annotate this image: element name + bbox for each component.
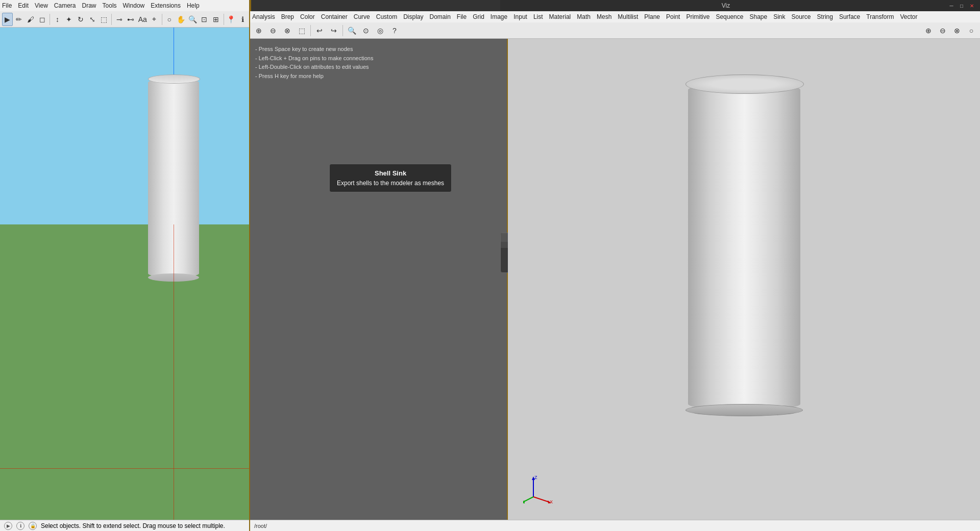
rotate-tool[interactable]: ↻: [76, 13, 86, 26]
viz-redo[interactable]: ↪: [327, 24, 340, 37]
viz-menu-transform[interactable]: Transform: [866, 13, 894, 20]
viz-statusbar: /root/: [250, 520, 980, 531]
viz-menu-shape[interactable]: Shape: [749, 13, 767, 20]
viz-right-zoom-in[interactable]: ⊕: [922, 24, 935, 37]
toolbar-sep-4: [224, 14, 224, 25]
viz-zoom-fit[interactable]: ⊗: [281, 24, 294, 37]
viz-menu-mesh[interactable]: Mesh: [597, 13, 611, 20]
axes-tool[interactable]: ⌖: [149, 13, 160, 26]
x-axis: [533, 497, 549, 502]
menu-draw[interactable]: Draw: [82, 2, 96, 9]
viz-menu-multilist[interactable]: Multilist: [618, 13, 638, 20]
viz-path: /root/: [254, 523, 267, 529]
viz-menu-point[interactable]: Point: [666, 13, 680, 20]
menu-window[interactable]: Window: [123, 2, 145, 9]
menu-tools[interactable]: Tools: [103, 2, 117, 9]
menu-extensions[interactable]: Extensions: [151, 2, 181, 9]
node-editor[interactable]: - Press Space key to create new nodes - …: [250, 39, 508, 520]
add-location-tool[interactable]: 📍: [226, 13, 236, 26]
dim-tool[interactable]: ⊷: [126, 13, 136, 26]
viz-menu-sequence[interactable]: Sequence: [716, 13, 743, 20]
move-tool[interactable]: ✦: [64, 13, 75, 26]
viz-undo[interactable]: ↩: [313, 24, 326, 37]
viz-menu-input[interactable]: Input: [513, 13, 527, 20]
viz-right-reset[interactable]: ○: [965, 24, 978, 37]
left-menubar: File Edit View Camera Draw Tools Window …: [0, 0, 250, 11]
close-button[interactable]: ✕: [968, 2, 976, 9]
orbit-tool[interactable]: ○: [164, 13, 175, 26]
zoom-extents-tool[interactable]: ⊞: [211, 13, 222, 26]
viz-menu-material[interactable]: Material: [549, 13, 571, 20]
menu-camera[interactable]: Camera: [54, 2, 76, 9]
viz-3d-view[interactable]: Z X: [508, 39, 980, 520]
viz-right-zoom-fit[interactable]: ⊗: [950, 24, 964, 37]
viz-help[interactable]: ?: [388, 24, 401, 37]
menu-file[interactable]: File: [2, 2, 12, 9]
viz-menu-image[interactable]: Image: [491, 13, 507, 20]
select-tool[interactable]: ▶: [2, 13, 13, 26]
zoom-window-tool[interactable]: ⊡: [199, 13, 210, 26]
left-viewport[interactable]: [0, 28, 250, 520]
viz-menu-analysis[interactable]: Analysis: [252, 13, 275, 20]
viz-zoom-in[interactable]: ⊕: [252, 24, 265, 37]
minimize-button[interactable]: ─: [947, 2, 955, 9]
left-statusbar: ▶ ℹ 🔒 Select objects. Shift to extend se…: [0, 520, 250, 531]
zoom-tool[interactable]: 🔍: [187, 13, 198, 26]
viz-menu-primitive[interactable]: Primitive: [686, 13, 709, 20]
viz-menu-domain[interactable]: Domain: [429, 13, 450, 20]
viz-menu-sink[interactable]: Sink: [773, 13, 785, 20]
viz-rectangle-select[interactable]: ⬚: [295, 24, 308, 37]
tape-tool[interactable]: ⊸: [114, 13, 125, 26]
menu-edit[interactable]: Edit: [18, 2, 29, 9]
push-pull-tool[interactable]: ↕: [52, 13, 63, 26]
viz-menu-color[interactable]: Color: [300, 13, 315, 20]
text-tool[interactable]: Aa: [137, 13, 148, 26]
viz-right-zoom-out[interactable]: ⊖: [936, 24, 949, 37]
viz-sep-1: [310, 25, 311, 36]
viz-menu-plane[interactable]: Plane: [644, 13, 660, 20]
viz-search[interactable]: 🔍: [345, 24, 358, 37]
viz-menu-brep[interactable]: Brep: [281, 13, 294, 20]
viz-group[interactable]: ⊙: [359, 24, 373, 37]
model-info-tool[interactable]: ℹ: [237, 13, 248, 26]
viz-zoom-out[interactable]: ⊖: [266, 24, 280, 37]
menu-view[interactable]: View: [35, 2, 48, 9]
viz-menu-curve[interactable]: Curve: [354, 13, 370, 20]
status-icon-select[interactable]: ▶: [4, 522, 12, 530]
viz-menu-file[interactable]: File: [457, 13, 467, 20]
viz-menu-list[interactable]: List: [533, 13, 543, 20]
z-axis-line: [174, 28, 174, 79]
status-icon-info[interactable]: ℹ: [16, 522, 24, 530]
viz-toolbar: ⊕ ⊖ ⊗ ⬚ ↩ ↪ 🔍 ⊙ ◎ ? ⊕ ⊖ ⊗ ○: [250, 22, 980, 39]
maximize-button[interactable]: □: [958, 2, 966, 9]
menu-help[interactable]: Help: [187, 2, 200, 9]
viz-menu-custom[interactable]: Custom: [376, 13, 397, 20]
node-tooltip: Shell Sink Export shells to the modeler …: [329, 164, 452, 192]
pencil-tool[interactable]: ✏: [14, 13, 24, 26]
viz-menu-math[interactable]: Math: [577, 13, 591, 20]
pan-tool[interactable]: ✋: [176, 13, 186, 26]
viz-menu-vector[interactable]: Vector: [900, 13, 918, 20]
x-label: X: [550, 499, 553, 504]
axis-svg: Z X: [523, 474, 554, 504]
offset-tool[interactable]: ⬚: [99, 13, 110, 26]
title-bar: Viz ─ □ ✕: [500, 0, 980, 11]
status-icon-lock[interactable]: 🔒: [29, 522, 37, 530]
viz-menu-source[interactable]: Source: [792, 13, 811, 20]
axis-indicator: Z X: [523, 474, 554, 504]
eraser-tool[interactable]: ◻: [37, 13, 48, 26]
viz-menu-display[interactable]: Display: [403, 13, 423, 20]
ground-line-h: [0, 468, 250, 469]
help-line-4: - Press H key for more help: [255, 72, 373, 81]
viz-menu-string[interactable]: String: [817, 13, 833, 20]
paint-tool[interactable]: 🖌: [26, 13, 36, 26]
viz-ungroup[interactable]: ◎: [374, 24, 387, 37]
viz-menu-grid[interactable]: Grid: [473, 13, 484, 20]
scale-tool[interactable]: ⤡: [87, 13, 98, 26]
viz-menu-surface[interactable]: Surface: [839, 13, 860, 20]
y-axis: [523, 497, 533, 502]
help-line-2: - Left-Click + Drag on pins to make conn…: [255, 54, 373, 63]
viz-menu-container[interactable]: Container: [321, 13, 348, 20]
right-cylinder-bottom: [685, 404, 803, 416]
toolbar-sep-3: [162, 14, 162, 25]
